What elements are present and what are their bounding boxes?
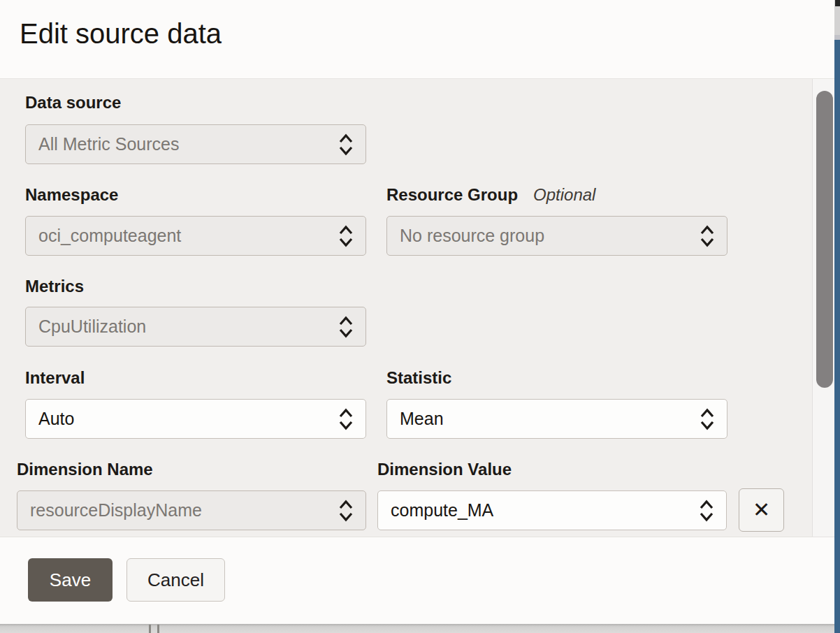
dialog-form: Data source All Metric Sources Namespace… [0, 79, 834, 537]
statistic-value: Mean [400, 400, 444, 438]
data-source-value: All Metric Sources [38, 125, 179, 163]
metrics-label: Metrics [25, 277, 84, 296]
statistic-select[interactable]: Mean [386, 399, 727, 439]
metrics-value: CpuUtilization [38, 307, 146, 346]
namespace-label: Namespace [25, 185, 118, 205]
background-right-edge [834, 0, 840, 633]
resize-grabber-icon [157, 625, 159, 633]
resource-group-label: Resource GroupOptional [386, 185, 595, 205]
dimension-value-value: compute_MA [391, 491, 493, 530]
chevron-updown-icon [697, 499, 716, 523]
metrics-select: CpuUtilization [25, 307, 366, 347]
chevron-updown-icon [337, 407, 355, 431]
resource-group-select: No resource group [386, 216, 727, 256]
background-edge-mark [835, 0, 840, 6]
dimension-value-label: Dimension Value [377, 460, 512, 479]
remove-dimension-button[interactable]: ✕ [739, 488, 784, 532]
interval-value: Auto [38, 400, 74, 438]
namespace-select: oci_computeagent [25, 216, 366, 256]
chevron-updown-icon [337, 133, 355, 157]
close-icon: ✕ [753, 498, 770, 521]
dialog-scrollbar-track[interactable] [812, 79, 834, 537]
data-source-select: All Metric Sources [25, 124, 366, 164]
interval-select[interactable]: Auto [25, 399, 366, 439]
chevron-updown-icon [337, 224, 355, 248]
chevron-updown-icon [698, 407, 716, 431]
chevron-updown-icon [337, 499, 355, 523]
background-blue-panel-edge [834, 40, 840, 633]
dialog-title: Edit source data [20, 18, 222, 50]
resize-grabber-icon [149, 625, 151, 633]
statistic-label: Statistic [386, 368, 451, 388]
edit-source-data-dialog: Edit source data Data source All Metric … [0, 0, 834, 624]
background-page-strip [0, 624, 834, 633]
dimension-name-label: Dimension Name [17, 460, 153, 479]
data-source-label: Data source [25, 93, 121, 112]
namespace-value: oci_computeagent [38, 217, 181, 255]
chevron-updown-icon [337, 315, 355, 339]
interval-label: Interval [25, 368, 85, 388]
optional-tag: Optional [533, 185, 595, 204]
dimension-name-select: resourceDisplayName [17, 490, 366, 530]
cancel-button[interactable]: Cancel [126, 558, 225, 602]
background-edge-band [834, 35, 840, 40]
save-button[interactable]: Save [28, 558, 113, 602]
dimension-value-select[interactable]: compute_MA [377, 490, 727, 530]
dimension-name-value: resourceDisplayName [30, 491, 202, 530]
dialog-footer: Save Cancel [0, 537, 834, 624]
dialog-header: Edit source data [0, 0, 834, 79]
resource-group-value: No resource group [400, 217, 544, 255]
chevron-updown-icon [698, 224, 716, 248]
dialog-scrollbar-thumb[interactable] [816, 91, 833, 388]
